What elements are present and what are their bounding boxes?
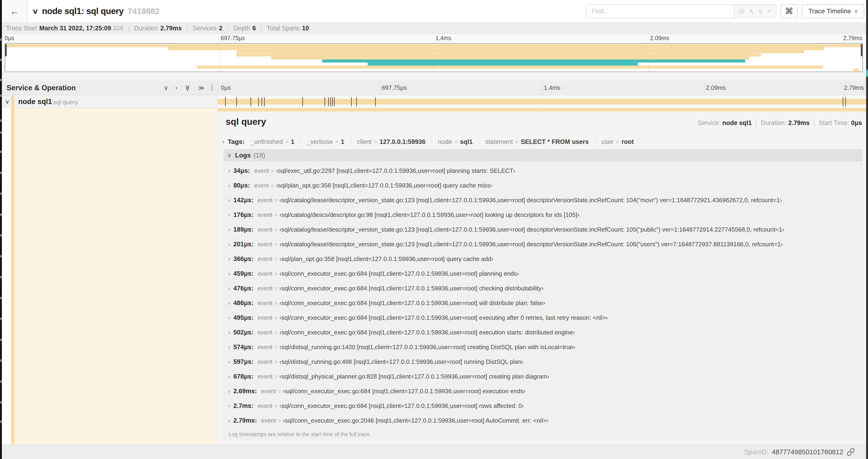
log-row[interactable]: ›201μs:event=‹sql/catalog/lease/descript… [224,237,862,252]
tag-item[interactable]: statement=SELECT * FROM users [484,137,595,147]
span-row-name-cell[interactable]: ∨ node sql1 sql query [0,95,217,108]
chevron-right-icon: › [228,241,230,248]
tag-item[interactable]: node=sql1 [437,137,479,147]
detail-left-highlight [14,108,217,445]
chevron-right-icon: › [228,182,230,189]
log-row[interactable]: ›142μs:event=‹sql/catalog/lease/descript… [224,193,862,207]
duration-value: 2.79ms [160,25,182,32]
equals-sign: = [274,241,278,248]
tag-item[interactable]: _verbose=1 [306,137,351,147]
equals-sign: = [278,418,281,424]
span-detail-panel: sql query Service: node sql1 | Duration:… [218,108,866,445]
keyboard-shortcuts-button[interactable]: ⌘ [780,4,798,18]
command-icon: ⌘ [785,6,793,16]
tag-key: _verbose [307,138,333,145]
log-marker-tick [356,97,357,106]
minimap-left-handle[interactable] [5,44,7,56]
equals-sign: = [274,315,278,321]
chevron-down-icon[interactable]: ∨ [5,98,9,105]
collapse-all-icon[interactable]: ≫ [184,85,192,91]
log-value: ‹sql/catalog/lease/descriptor_version_st… [280,226,784,233]
log-key: event [261,417,276,424]
tag-key: statement [485,138,513,145]
scroll-map-tick [0,276,2,278]
services-label: Services [192,25,217,32]
span-row-bar-cell[interactable] [217,95,866,108]
span-detail-row: sql query Service: node sql1 | Duration:… [0,108,868,445]
expand-all-icon[interactable]: ≫ [198,84,205,92]
log-timestamp: 189μs: [233,226,253,233]
log-key: event [257,329,273,336]
scroll-map-tick [0,297,2,299]
span-color-stripe [11,108,14,445]
equals-sign: = [274,403,278,409]
log-row[interactable]: ›2.7ms:event=‹sql/conn_executor_exec.go:… [224,399,862,413]
log-row[interactable]: ›2.69ms:event=‹sql/conn_executor_exec.go… [224,384,862,399]
chevron-right-icon: › [228,402,230,409]
close-icon[interactable]: × [768,8,771,15]
chevron-down-icon[interactable]: ∨ [758,7,763,15]
chevron-right-icon: › [228,329,230,336]
log-row[interactable]: ›459μs:event=‹sql/conn_executor_exec.go:… [224,266,862,281]
log-row[interactable]: ›495μs:event=‹sql/conn_executor_exec.go:… [224,310,862,325]
log-row[interactable]: ›34μs:event=‹sql/exec_util.go:2297 [nsql… [224,163,862,178]
column-resizer[interactable] [211,84,214,91]
log-key: event [257,358,273,365]
scroll-map-tick [0,172,2,174]
detail-meta: Service: node sql1 | Duration: 2.79ms | … [698,120,862,127]
right-scroll-map[interactable] [866,0,868,459]
log-row[interactable]: ›176μs:event=‹sql/catalog/descs/descript… [224,207,862,222]
log-row[interactable]: ›476μs:event=‹sql/conn_executor_exec.go:… [224,281,862,296]
collapse-trace-icon[interactable]: ∨ [32,7,38,15]
back-button[interactable]: ← [2,0,28,22]
equals-sign: = [274,226,278,233]
minimap-canvas[interactable] [5,43,863,72]
trace-view-dropdown[interactable]: Trace Timeline ∨ [802,4,864,18]
detail-title-bar: sql query Service: node sql1 | Duration:… [218,111,866,132]
log-row[interactable]: ›366μs:event=‹sql/plan_opt.go:358 [nsql1… [224,252,862,266]
scroll-map-span-mark [866,70,868,77]
log-row[interactable]: ›574μs:event=‹sql/distsql_running.go:142… [224,340,862,355]
log-marker-tick [332,97,333,106]
minimap-axis-label: 1.4ms [435,35,451,41]
log-row[interactable]: ›2.79ms:event=‹sql/conn_executor_exec.go… [224,413,862,428]
minimap-span-bar [197,66,823,69]
tag-item[interactable]: _unfinished=1 [250,137,301,147]
log-row[interactable]: ›597μs:event=‹sql/distsql_running.go:498… [224,355,862,369]
log-value: ‹sql/catalog/descs/descriptor.go:98 [nsq… [280,211,579,218]
logs-header[interactable]: ∨ Logs (18) [224,150,862,161]
scroll-map-tick [0,318,2,320]
span-id-value: 4877749850101760812 [772,448,843,456]
log-marker-tick [331,97,331,106]
link-icon[interactable] [846,448,855,456]
minimap-span-bar [368,63,638,66]
log-row[interactable]: ›80μs:event=‹sql/plan_opt.go:358 [nsql1,… [224,178,862,193]
log-timestamp: 176μs: [233,211,253,218]
total-spans-label: Total Spans [267,25,300,32]
chevron-right-icon: › [222,138,224,145]
tag-item[interactable]: client=127.0.0.1:59936 [356,137,432,147]
log-key: event [257,314,273,321]
equals-sign: = [274,329,278,336]
minimap-axis-label: 697.75μs [221,35,245,41]
log-key: event [254,182,269,189]
log-row[interactable]: ›189μs:event=‹sql/catalog/lease/descript… [224,222,862,237]
log-row[interactable]: ›502μs:event=‹sql/conn_executor_exec.go:… [224,325,862,340]
span-duration-bar[interactable] [217,99,866,104]
log-row[interactable]: ›486μs:event=‹sql/conn_executor_exec.go:… [224,296,862,310]
chevron-up-icon[interactable]: ∧ [749,7,754,15]
tags-row[interactable]: › Tags: _unfinished=1_verbose=1client=12… [222,135,862,148]
top-bar: ← ∨ node sql1: sql query 7418682 ◎ ∧ ∨ ×… [0,0,868,22]
log-row[interactable]: ›678μs:event=‹sql/distsql_physical_plann… [224,369,862,384]
timeline-gridline [704,80,704,95]
find-input[interactable] [586,4,734,18]
detail-gutter [2,108,11,445]
minimap-axis-label: 0μs [5,35,14,41]
chevron-right-icon: › [228,167,230,174]
expand-one-icon[interactable]: › [175,84,177,91]
left-scroll-map[interactable] [0,0,2,459]
minimap-right-handle[interactable] [861,44,862,56]
scope-icon[interactable]: ◎ [739,7,745,15]
tag-item[interactable]: user=root [600,137,640,147]
collapse-one-icon[interactable]: ∨ [164,84,168,92]
